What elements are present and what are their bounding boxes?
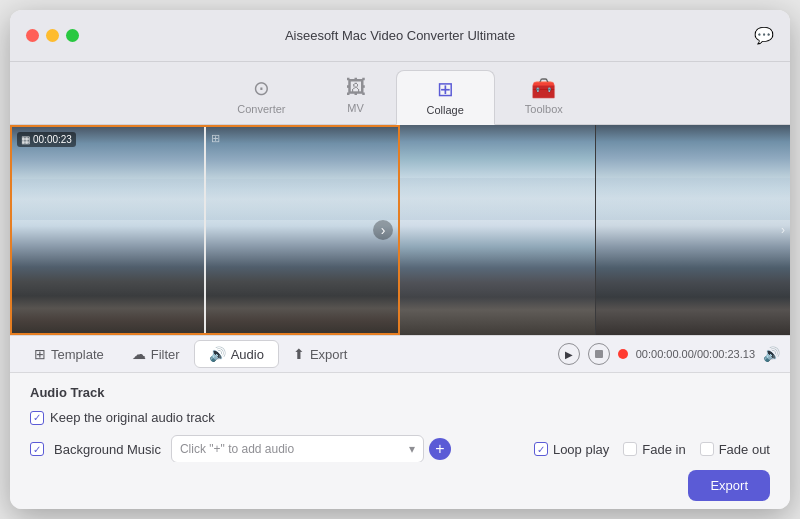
stop-icon [595,350,603,358]
video-panel-1: ▦ 00:00:23 [12,127,204,333]
keep-original-row: Keep the original audio track [30,410,770,425]
right-panel-arrow[interactable]: › [781,223,785,237]
video-frame-4 [596,125,791,335]
export-icon: ⬆ [293,346,305,362]
minimize-button[interactable] [46,29,59,42]
video-panel-2: ⊞ › [206,127,398,333]
tab-audio[interactable]: 🔊 Audio [194,340,279,368]
nav-tabs: ⊙ Converter 🖼 MV ⊞ Collage 🧰 Toolbox [10,62,790,125]
bg-music-dropdown-container: Click "+" to add audio ▾ + [171,435,451,462]
grid-icon: ⊞ [211,132,220,145]
bottom-actions: Export [10,462,790,509]
export-button[interactable]: Export [688,470,770,501]
tab-collage[interactable]: ⊞ Collage [396,70,495,125]
bg-music-checkbox[interactable] [30,442,44,456]
titlebar: Aiseesoft Mac Video Converter Ultimate 💬 [10,10,790,62]
fade-out-item: Fade out [700,442,770,457]
right-checkboxes: Loop play Fade in Fade out [534,442,770,457]
fade-in-checkbox[interactable] [623,442,637,456]
dropdown-arrow: ▾ [409,442,415,456]
video-panel-4: › [596,125,791,335]
tab-toolbox[interactable]: 🧰 Toolbox [495,70,593,124]
app-window: Aiseesoft Mac Video Converter Ultimate 💬… [10,10,790,509]
add-audio-button[interactable]: + [429,438,451,460]
video-timestamp: ▦ 00:00:23 [17,132,76,147]
loop-play-label: Loop play [553,442,609,457]
audio-section-title: Audio Track [30,385,770,400]
right-arrow[interactable]: › [373,220,393,240]
bg-music-dropdown[interactable]: Click "+" to add audio ▾ [171,435,424,462]
loop-play-checkbox[interactable] [534,442,548,456]
fade-out-label: Fade out [719,442,770,457]
video-area: ▦ 00:00:23 ⊞ › › [10,125,790,335]
app-title: Aiseesoft Mac Video Converter Ultimate [285,28,515,43]
video-frame-2 [206,127,398,333]
fade-in-item: Fade in [623,442,685,457]
audio-settings-panel: Audio Track Keep the original audio trac… [10,373,790,462]
loop-play-item: Loop play [534,442,609,457]
playback-controls: ▶ 00:00:00.00/00:00:23.13 🔊 [558,343,780,365]
maximize-button[interactable] [66,29,79,42]
video-right-panel: › [400,125,790,335]
tab-mv[interactable]: 🖼 MV [316,70,396,124]
converter-icon: ⊙ [253,76,270,100]
video-left-panel: ▦ 00:00:23 ⊞ › [10,125,400,335]
close-button[interactable] [26,29,39,42]
video-panel-3 [400,125,595,335]
fade-out-checkbox[interactable] [700,442,714,456]
message-icon[interactable]: 💬 [754,26,774,45]
mv-icon: 🖼 [346,76,366,99]
main-content: ▦ 00:00:23 ⊞ › › [10,125,790,509]
timestamp-icon: ▦ [21,134,30,145]
tab-template[interactable]: ⊞ Template [20,341,118,367]
collage-icon: ⊞ [437,77,454,101]
fade-in-label: Fade in [642,442,685,457]
bg-music-label: Background Music [54,442,161,457]
bg-music-row: Background Music Click "+" to add audio … [30,435,770,462]
bottom-tabs-bar: ⊞ Template ☁ Filter 🔊 Audio ⬆ Export ▶ [10,335,790,373]
keep-original-label: Keep the original audio track [50,410,215,425]
toolbox-icon: 🧰 [531,76,556,100]
tab-converter[interactable]: ⊙ Converter [207,70,315,124]
video-frame-3 [400,125,595,335]
playback-time: 00:00:00.00/00:00:23.13 [636,348,755,360]
record-indicator [618,349,628,359]
template-icon: ⊞ [34,346,46,362]
keep-original-checkbox[interactable] [30,411,44,425]
tab-export[interactable]: ⬆ Export [279,341,362,367]
tab-filter[interactable]: ☁ Filter [118,341,194,367]
volume-icon[interactable]: 🔊 [763,346,780,362]
video-frame-1 [12,127,204,333]
audio-icon: 🔊 [209,346,226,362]
traffic-lights [26,29,79,42]
stop-button[interactable] [588,343,610,365]
play-button[interactable]: ▶ [558,343,580,365]
filter-icon: ☁ [132,346,146,362]
bg-music-placeholder: Click "+" to add audio [180,442,294,456]
